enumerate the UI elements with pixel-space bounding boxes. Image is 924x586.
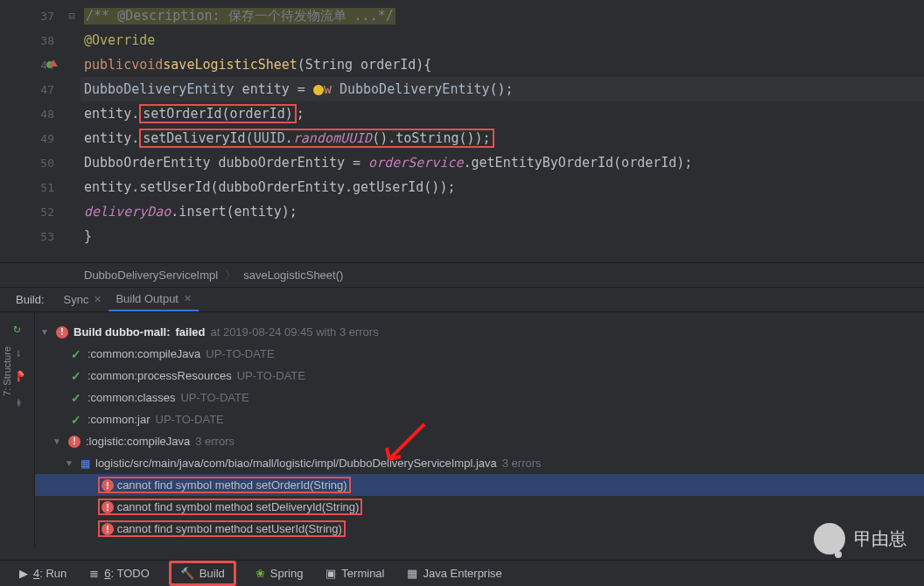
build-panel-tabs: Build: Sync✕ Build Output✕: [0, 287, 924, 311]
jee-icon: ▦: [407, 567, 417, 580]
task-status: 3 errors: [502, 457, 542, 470]
build-tree[interactable]: ▼!Build dubbo-mall: failed at 2019-08-24…: [35, 312, 924, 548]
error-highlight: ! cannot find symbol method setUserId(St…: [98, 520, 346, 538]
build-head: Build dubbo-mall:: [74, 325, 170, 338]
watermark: 甲由崽: [814, 523, 906, 555]
code-text: .insert(entity);: [171, 204, 298, 220]
code-text: ().toString());: [372, 130, 490, 146]
error-highlight: setDeliveryId(UUID.randomUUID().toString…: [139, 129, 494, 148]
file-path[interactable]: logistic/src/main/java/com/biao/mall/log…: [95, 457, 497, 470]
error-text: cannot find symbol method: [117, 522, 256, 535]
breadcrumb-item[interactable]: saveLogisticSheet(): [243, 269, 343, 282]
error-icon: !: [68, 436, 80, 448]
chevron-down-icon[interactable]: ▼: [63, 458, 75, 468]
close-icon[interactable]: ✕: [184, 293, 192, 304]
keyword: void: [131, 57, 163, 73]
error-row[interactable]: ! cannot find symbol method setUserId(St…: [38, 518, 924, 540]
line-number: 48: [40, 108, 54, 121]
comment: /** @Description: 保存一个待发物流单 ...*/: [84, 8, 396, 24]
fold-toggle-icon[interactable]: ⊟: [63, 3, 80, 28]
breadcrumb-item[interactable]: DubboDeliveryServiceImpl: [84, 269, 218, 282]
build-meta: at 2019-08-24 09:45 with 3 errors: [210, 325, 378, 338]
list-icon: ≣: [89, 567, 99, 580]
signature: (String orderId){: [298, 57, 432, 73]
code-text: setDeliveryId(: [143, 130, 253, 146]
task-status: 3 errors: [195, 435, 234, 448]
line-number: 53: [40, 230, 54, 243]
line-number: 37: [40, 10, 54, 23]
tool-label: Build: [200, 567, 225, 580]
static-method: randomUUID: [293, 130, 372, 146]
bottom-toolbar: ▶44: Run: Run ≣6: TODO 🔨Build ❀Spring ▣T…: [0, 560, 924, 586]
gutter-mark-icon: [49, 59, 58, 66]
left-tool-strip: 7: Structure: [0, 332, 18, 542]
wechat-icon: [814, 523, 845, 555]
field-ref: deliveryDao: [84, 204, 171, 220]
task-name[interactable]: :common:processResources: [88, 369, 232, 382]
task-name[interactable]: :logistic:compileJava: [86, 435, 190, 448]
check-icon: ✓: [70, 413, 82, 427]
error-highlight: ! cannot find symbol method setOrderId(S…: [98, 477, 351, 494]
tab-build-output[interactable]: Build Output✕: [108, 288, 199, 311]
java-file-icon: ▦: [80, 457, 90, 470]
code-editor[interactable]: 37 38 46 47 48 49 50 51 52 53 ⊟ /** @Des…: [0, 0, 924, 262]
error-symbol: setOrderId(String): [256, 478, 347, 492]
error-row[interactable]: ! cannot find symbol method setOrderId(S…: [35, 474, 924, 496]
task-name[interactable]: :common:compileJava: [88, 347, 200, 360]
code-text: entity =: [234, 81, 313, 97]
tool-window-jee[interactable]: ▦Java Enterprise: [403, 561, 505, 586]
chevron-down-icon[interactable]: ▼: [38, 327, 51, 337]
error-highlight: ! cannot find symbol method setDeliveryI…: [98, 499, 362, 516]
check-icon: ✓: [70, 347, 82, 361]
terminal-icon: ▣: [326, 567, 336, 580]
code-text: entity.: [84, 130, 139, 146]
breadcrumb[interactable]: DubboDeliveryServiceImpl 〉 saveLogisticS…: [0, 262, 924, 287]
code-area[interactable]: /** @Description: 保存一个待发物流单 ...*/ @Overr…: [80, 0, 924, 262]
task-name[interactable]: :common:jar: [88, 413, 150, 426]
check-icon: ✓: [70, 369, 82, 383]
code-text: .: [285, 130, 293, 146]
error-text: cannot find symbol method: [117, 478, 256, 492]
code-text: .getEntityByOrderId(orderId);: [463, 155, 692, 171]
code-text: entity.setUserId(dubboOrderEntity.getUse…: [84, 179, 455, 195]
tool-label: Java Enterprise: [423, 567, 501, 580]
task-name[interactable]: :common:classes: [88, 391, 175, 404]
tool-label: Terminal: [341, 567, 384, 580]
type: DubboDeliveryEntity: [84, 81, 234, 97]
code-text: ();: [490, 81, 514, 97]
line-number: 50: [40, 157, 54, 170]
tool-window-spring[interactable]: ❀Spring: [252, 561, 307, 586]
code-text: ;: [297, 106, 304, 122]
tool-window-run[interactable]: ▶44: Run: Run: [16, 561, 70, 586]
task-status: UP-TO-DATE: [237, 369, 305, 382]
tab-sync[interactable]: Sync✕: [57, 288, 109, 311]
line-number: 38: [40, 34, 54, 47]
code-text: entity.: [84, 106, 139, 122]
line-number: 49: [40, 132, 54, 145]
tool-window-build[interactable]: 🔨Build: [169, 561, 236, 586]
tool-window-todo[interactable]: ≣6: TODO: [86, 561, 153, 586]
tool-window-terminal[interactable]: ▣Terminal: [322, 561, 388, 586]
tool-window-structure[interactable]: 7: Structure: [0, 332, 14, 410]
line-number: 52: [40, 206, 54, 219]
chevron-right-icon: 〉: [225, 268, 236, 283]
tab-label: Sync: [64, 293, 89, 306]
check-icon: ✓: [70, 391, 82, 405]
panel-label: Build:: [16, 293, 45, 306]
intention-bulb-icon[interactable]: [313, 85, 324, 95]
tool-label: Spring: [270, 567, 304, 580]
task-status: UP-TO-DATE: [206, 347, 274, 360]
type: DubboDeliveryEntity: [332, 81, 490, 97]
fold-column[interactable]: ⊟: [63, 0, 80, 262]
code-text: DubboOrderEntity dubboOrderEntity =: [84, 155, 368, 171]
type: UUID: [254, 130, 285, 146]
line-number: 47: [40, 83, 54, 96]
close-icon[interactable]: ✕: [94, 294, 102, 305]
error-icon: !: [102, 501, 114, 513]
error-symbol: setDeliveryId(String): [256, 500, 360, 513]
watermark-text: 甲由崽: [854, 527, 906, 551]
build-panel: ↻ ⇅ 📌 ◉ ▼!Build dubbo-mall: failed at 20…: [0, 311, 924, 548]
error-icon: !: [56, 326, 68, 338]
error-row[interactable]: ! cannot find symbol method setDeliveryI…: [38, 496, 924, 518]
chevron-down-icon[interactable]: ▼: [51, 436, 63, 446]
